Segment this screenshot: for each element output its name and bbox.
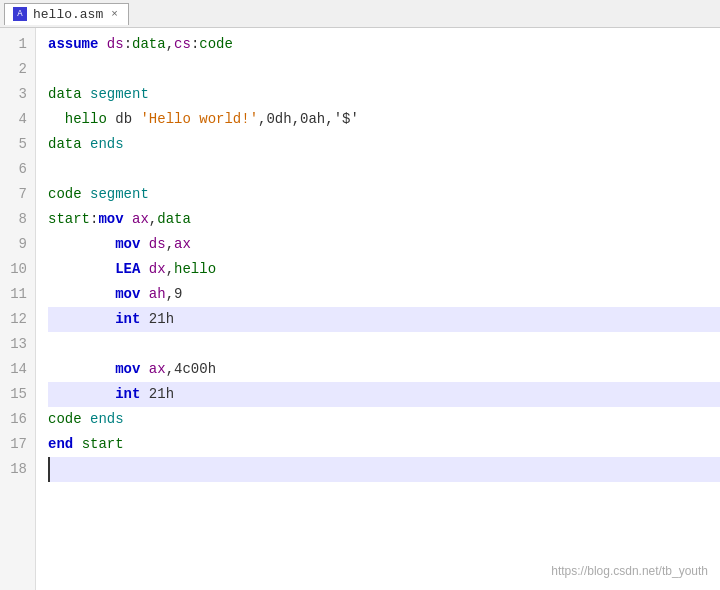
line-num-11: 11 [8,282,27,307]
line-num-2: 2 [8,57,27,82]
code-line-7: code segment [48,182,720,207]
code-line-3: data segment [48,82,720,107]
file-tab[interactable]: A hello.asm × [4,3,129,25]
code-line-2 [48,57,720,82]
line-num-8: 8 [8,207,27,232]
line-num-4: 4 [8,107,27,132]
line-num-17: 17 [8,432,27,457]
code-line-15: int 21h [48,382,720,407]
line-num-5: 5 [8,132,27,157]
line-num-9: 9 [8,232,27,257]
code-line-18 [48,457,720,482]
code-line-4: hello db 'Hello world!',0dh,0ah,'$' [48,107,720,132]
code-line-1: assume ds:data,cs:code [48,32,720,57]
line-num-3: 3 [8,82,27,107]
code-line-9: mov ds,ax [48,232,720,257]
code-area[interactable]: assume ds:data,cs:code data segment hell… [36,28,720,590]
code-line-8: start:mov ax,data [48,207,720,232]
tab-label: hello.asm [33,7,103,22]
code-line-5: data ends [48,132,720,157]
code-line-11: mov ah,9 [48,282,720,307]
line-num-15: 15 [8,382,27,407]
line-num-14: 14 [8,357,27,382]
code-line-10: LEA dx,hello [48,257,720,282]
title-bar: A hello.asm × [0,0,720,28]
code-line-14: mov ax,4c00h [48,357,720,382]
line-num-13: 13 [8,332,27,357]
code-line-12: int 21h [48,307,720,332]
line-num-1: 1 [8,32,27,57]
line-num-6: 6 [8,157,27,182]
line-num-16: 16 [8,407,27,432]
code-line-13 [48,332,720,357]
line-num-12: 12 [8,307,27,332]
code-line-16: code ends [48,407,720,432]
line-num-10: 10 [8,257,27,282]
line-num-7: 7 [8,182,27,207]
tab-close-button[interactable]: × [111,8,118,20]
editor-container: 1 2 3 4 5 6 7 8 9 10 11 12 13 14 15 16 1… [0,28,720,590]
line-num-18: 18 [8,457,27,482]
line-numbers: 1 2 3 4 5 6 7 8 9 10 11 12 13 14 15 16 1… [0,28,36,590]
code-line-17: end start [48,432,720,457]
code-line-6 [48,157,720,182]
file-icon: A [13,7,27,21]
